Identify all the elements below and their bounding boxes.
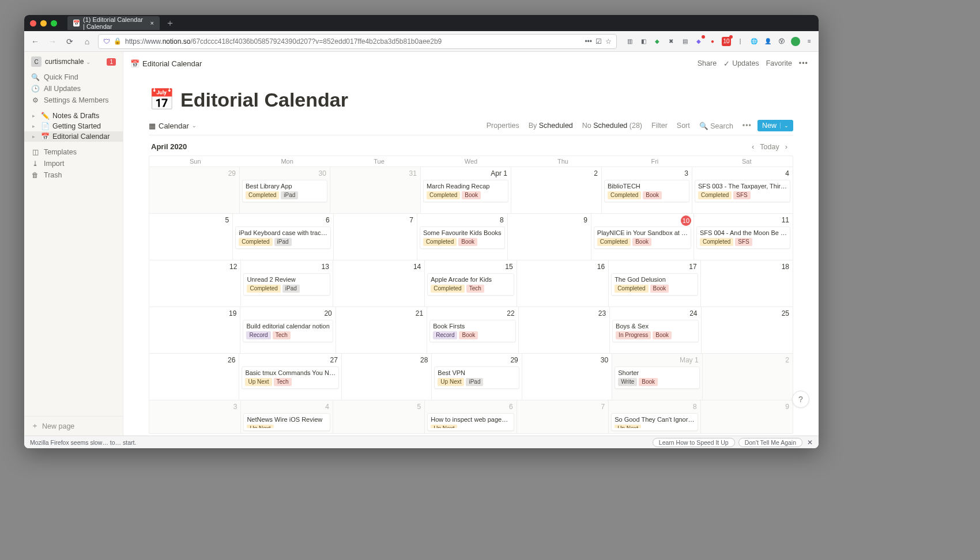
- calendar-event[interactable]: Book FirstsRecordBook: [429, 320, 515, 342]
- all-updates[interactable]: 🕒All Updates: [24, 83, 123, 94]
- calendar-event[interactable]: Basic tmux Commands You N…Up NextTech: [242, 366, 339, 389]
- calendar-event[interactable]: iPad Keyboard case with trac…CompletediP…: [235, 226, 330, 249]
- calendar-day[interactable]: 14: [333, 260, 425, 307]
- workspace-switcher[interactable]: C curtismchale ⌄ 1: [24, 52, 123, 71]
- calendar-day[interactable]: 8Some Favourite Kids BooksCompletedBook: [417, 214, 508, 260]
- calendar-day[interactable]: 26: [149, 354, 239, 400]
- close-window-icon[interactable]: [30, 20, 36, 27]
- filter-button[interactable]: Filter: [648, 120, 671, 131]
- calendar-day[interactable]: 2: [703, 354, 793, 400]
- library-icon[interactable]: ▥: [625, 37, 634, 46]
- ext-pipe-icon[interactable]: |: [736, 37, 745, 46]
- ext-globe-icon[interactable]: 🌐: [749, 37, 759, 46]
- calendar-day[interactable]: 5: [149, 214, 233, 260]
- help-button[interactable]: ?: [792, 391, 809, 408]
- calendar-event[interactable]: ShorterWriteBook: [615, 366, 699, 389]
- calendar-day[interactable]: 9: [508, 214, 591, 260]
- calendar-day[interactable]: 11SFS 004 - And the Moon Be …CompletedSF…: [694, 214, 793, 260]
- group-by-button[interactable]: By Scheduled: [525, 120, 576, 131]
- calendar-event[interactable]: Unread 2 ReviewCompletediPad: [243, 273, 330, 296]
- caret-icon[interactable]: ▸: [32, 123, 38, 129]
- calendar-day[interactable]: 12: [149, 260, 241, 307]
- calendar-day[interactable]: 15Apple Arcade for KidsCompletedTech: [425, 260, 517, 307]
- new-page-button[interactable]: ＋New page: [24, 416, 123, 436]
- ext-red-icon[interactable]: ●: [708, 37, 717, 46]
- reader-icon[interactable]: ☑: [595, 37, 602, 46]
- account-icon[interactable]: 👤: [763, 37, 772, 46]
- import[interactable]: ⤓Import: [24, 158, 123, 169]
- url-bar[interactable]: 🛡 🔒 https://www.notion.so/67cdccc418cf40…: [98, 34, 617, 49]
- ext-circle-icon[interactable]: [791, 37, 800, 46]
- favorite-button[interactable]: Favorite: [763, 57, 796, 70]
- calendar-day[interactable]: 19: [149, 307, 240, 353]
- calendar-day[interactable]: May 1ShorterWriteBook: [612, 354, 702, 400]
- calendar-event[interactable]: SFS 003 - The Taxpayer, Thir…CompletedSF…: [695, 180, 790, 202]
- calendar-day[interactable]: 7: [334, 214, 417, 260]
- properties-button[interactable]: Properties: [483, 120, 523, 131]
- next-month-button[interactable]: ›: [782, 141, 791, 152]
- calendar-event[interactable]: March Reading RecapCompletedBook: [423, 180, 508, 202]
- trash[interactable]: 🗑Trash: [24, 169, 123, 181]
- ext-pin-icon[interactable]: ✖: [666, 37, 676, 46]
- tab-close-icon[interactable]: ×: [150, 20, 154, 27]
- calendar-event[interactable]: Best Library AppCompletediPad: [242, 180, 327, 202]
- page-actions-icon[interactable]: •••: [585, 37, 592, 46]
- shield-icon[interactable]: 🛡: [103, 37, 110, 46]
- view-more-button[interactable]: •••: [739, 120, 755, 131]
- ext-v-icon[interactable]: Ⓥ: [777, 37, 786, 46]
- bookmark-star-icon[interactable]: ☆: [605, 37, 612, 46]
- maximize-window-icon[interactable]: [51, 20, 57, 27]
- calendar-event[interactable]: How to inspect web pages on…Up Next: [427, 413, 514, 431]
- calendar-day[interactable]: 25: [702, 307, 793, 353]
- calendar-day[interactable]: 13Unread 2 ReviewCompletediPad: [241, 260, 333, 307]
- calendar-day[interactable]: 20Build editorial calendar notionRecordT…: [240, 307, 336, 353]
- sort-button[interactable]: Sort: [673, 120, 693, 131]
- templates[interactable]: ◫Templates: [24, 146, 123, 158]
- share-button[interactable]: Share: [694, 57, 720, 70]
- view-switcher[interactable]: ▦ Calendar ⌄: [149, 122, 197, 130]
- prev-month-button[interactable]: ‹: [748, 141, 757, 152]
- ext-pocket-icon[interactable]: ◆: [694, 37, 703, 46]
- new-record-button[interactable]: New⌄: [757, 120, 793, 131]
- calendar-event[interactable]: BiblioTECHCompletedBook: [604, 180, 689, 202]
- sidebar-page[interactable]: ▸✏️Notes & Drafts: [24, 111, 123, 121]
- footer-close-icon[interactable]: ✕: [807, 438, 813, 447]
- calendar-day[interactable]: 5: [333, 400, 425, 433]
- back-button[interactable]: ←: [29, 35, 42, 48]
- calendar-day[interactable]: 29: [149, 167, 240, 213]
- sidebar-page[interactable]: ▸📅Editorial Calendar: [24, 131, 123, 142]
- calendar-day[interactable]: 16: [517, 260, 609, 307]
- calendar-day[interactable]: 2: [511, 167, 602, 213]
- calendar-event[interactable]: The God DelusionCompletedBook: [611, 273, 698, 296]
- calendar-day[interactable]: 4NetNews Wire iOS ReviewUp Next: [241, 400, 333, 433]
- calendar-day[interactable]: 30: [522, 354, 612, 400]
- footer-dismiss-button[interactable]: Don't Tell Me Again: [738, 438, 802, 447]
- calendar-day[interactable]: Apr 1March Reading RecapCompletedBook: [421, 167, 511, 213]
- calendar-day[interactable]: 27Basic tmux Commands You N…Up NextTech: [239, 354, 342, 400]
- calendar-event[interactable]: Best VPNUp NextiPad: [434, 366, 519, 389]
- caret-icon[interactable]: ▸: [32, 113, 38, 119]
- forward-button[interactable]: →: [46, 35, 59, 48]
- updates-button[interactable]: ✓Updates: [720, 57, 763, 70]
- new-tab-button[interactable]: ＋: [165, 17, 175, 29]
- ext-badge-icon[interactable]: 10: [722, 37, 731, 46]
- home-button[interactable]: ⌂: [81, 35, 93, 48]
- ext-reader-icon[interactable]: ▤: [680, 37, 689, 46]
- calendar-event[interactable]: Boys & SexIn ProgressBook: [612, 320, 698, 342]
- quick-find[interactable]: 🔍Quick Find: [24, 71, 123, 83]
- calendar-day[interactable]: 6iPad Keyboard case with trac…Completedi…: [233, 214, 333, 260]
- calendar-event[interactable]: Apple Arcade for KidsCompletedTech: [427, 273, 514, 296]
- sidebar-icon[interactable]: ◧: [639, 37, 648, 46]
- calendar-event[interactable]: So Good They Can't Ignore YouUp Next: [611, 413, 698, 431]
- ext-green-icon[interactable]: ◆: [653, 37, 662, 46]
- calendar-day[interactable]: 31: [330, 167, 421, 213]
- page-emoji[interactable]: 📅: [149, 88, 175, 112]
- calendar-event[interactable]: NetNews Wire iOS ReviewUp Next: [243, 413, 330, 431]
- calendar-day[interactable]: 3BiblioTECHCompletedBook: [602, 167, 692, 213]
- calendar-day[interactable]: 30Best Library AppCompletediPad: [240, 167, 330, 213]
- calendar-event[interactable]: SFS 004 - And the Moon Be …CompletedSFS: [696, 226, 790, 249]
- calendar-day[interactable]: 18: [701, 260, 793, 307]
- footer-learn-button[interactable]: Learn How to Speed It Up: [653, 438, 735, 447]
- calendar-day[interactable]: 8So Good They Can't Ignore YouUp Next: [609, 400, 700, 433]
- calendar-day[interactable]: 22Book FirstsRecordBook: [427, 307, 518, 353]
